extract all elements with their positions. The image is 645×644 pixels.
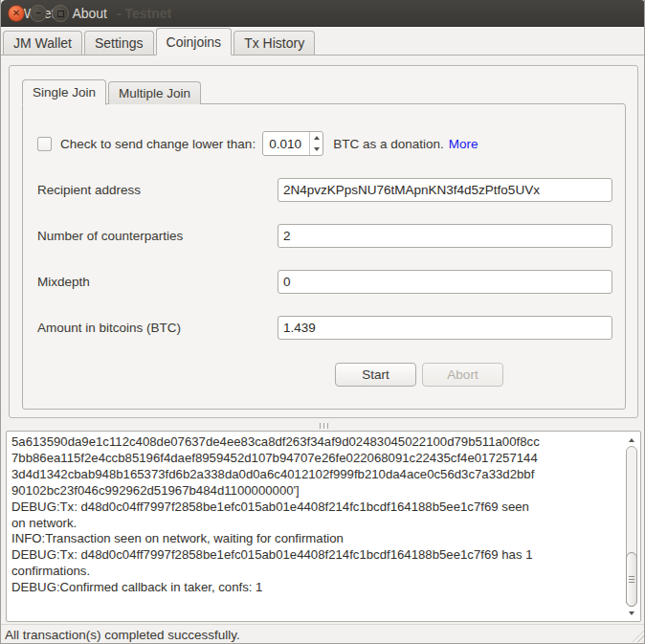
start-button[interactable]: Start xyxy=(335,363,416,387)
mixdepth-row: Mixdepth xyxy=(35,270,612,294)
log-line: DEBUG:Tx: d48d0c04ff7997f2858be1efc015ab… xyxy=(11,500,622,516)
tab-single-join[interactable]: Single Join xyxy=(22,79,106,105)
scrollbar-track[interactable] xyxy=(626,446,637,607)
amount-row: Amount in bitcoins (BTC) xyxy=(35,316,612,340)
donation-row: Check to send change lower than: BTC as … xyxy=(35,131,612,156)
mixdepth-input[interactable] xyxy=(278,270,612,294)
donation-suffix: BTC as a donation. xyxy=(333,137,444,151)
log-line: DEBUG:Tx: d48d0c04ff7997f2858be1efc015ab… xyxy=(11,547,622,564)
tab-tx-history[interactable]: Tx History xyxy=(234,31,315,55)
donation-amount-input[interactable] xyxy=(263,132,309,155)
amount-input[interactable] xyxy=(278,316,612,340)
scrollbar-down-icon[interactable] xyxy=(624,607,639,619)
titlebar: ✕ – Wallet About - Testnet xyxy=(1,0,645,27)
wallet-window: ✕ – Wallet About - Testnet JM Wallet Set… xyxy=(0,0,645,644)
recipient-address-row: Recipient address xyxy=(35,178,612,202)
scrollbar-thumb[interactable] xyxy=(626,552,637,607)
spinbox-down-icon[interactable] xyxy=(310,144,322,155)
spinner-buttons xyxy=(309,132,322,155)
log-line: INFO:Transaction seen on network, waitin… xyxy=(11,531,622,547)
tab-coinjoins[interactable]: Coinjoins xyxy=(156,28,233,56)
counterparties-row: Number of counterparties xyxy=(35,224,612,248)
window-title: - Testnet xyxy=(117,6,171,21)
donation-more-link[interactable]: More xyxy=(449,137,478,151)
menu-about[interactable]: About xyxy=(72,6,107,21)
main-tabbar: JM Wallet Settings Coinjoins Tx History xyxy=(1,27,645,56)
recipient-address-label: Recipient address xyxy=(35,183,278,197)
close-icon[interactable]: ✕ xyxy=(8,5,25,22)
scrollbar-up-icon[interactable] xyxy=(624,433,639,446)
donation-checkbox[interactable] xyxy=(37,137,52,151)
log-output[interactable]: 5a613590da9e1c112c408de07637de4ee83ca8df… xyxy=(6,431,641,622)
log-line: DEBUG:Confirmed callback in taker, confs… xyxy=(11,580,622,596)
minimize-icon[interactable]: – xyxy=(30,5,47,22)
counterparties-label: Number of counterparties xyxy=(35,229,278,243)
tab-settings[interactable]: Settings xyxy=(84,31,154,55)
donation-amount-spinbox xyxy=(262,131,323,156)
log-line: confirmations. xyxy=(11,564,622,580)
amount-label: Amount in bitcoins (BTC) xyxy=(35,321,278,335)
log-line: on network. xyxy=(11,516,622,532)
tab-jm-wallet[interactable]: JM Wallet xyxy=(3,31,82,55)
donation-label: Check to send change lower than: xyxy=(60,137,256,151)
join-tabbar: Single Join Multiple Join xyxy=(22,78,203,104)
log-line: 5a613590da9e1c112c408de07637de4ee83ca8df… xyxy=(11,434,622,451)
resize-grip-icon[interactable] xyxy=(632,630,644,642)
coinjoins-frame: Single Join Multiple Join Check to send … xyxy=(9,65,638,418)
action-buttons: Start Abort xyxy=(35,363,612,387)
single-join-pane: Check to send change lower than: BTC as … xyxy=(22,103,626,410)
log-line: 7bb86ea115f2e4ccb85196f4daef8959452d107b… xyxy=(11,451,622,467)
maximize-icon[interactable] xyxy=(52,5,69,22)
log-line: 3d4d1342cbab948b165373fd6b2a338da0d0a6c4… xyxy=(11,467,622,483)
counterparties-input[interactable] xyxy=(278,224,612,248)
status-message: All transaction(s) completed successfull… xyxy=(5,628,240,642)
spinbox-up-icon[interactable] xyxy=(310,132,322,144)
log-scrollbar[interactable] xyxy=(624,433,639,620)
log-content: 5a613590da9e1c112c408de07637de4ee83ca8df… xyxy=(7,432,624,621)
tab-multiple-join[interactable]: Multiple Join xyxy=(108,81,201,104)
splitter-handle[interactable] xyxy=(1,422,645,429)
recipient-address-input[interactable] xyxy=(278,178,612,202)
abort-button[interactable]: Abort xyxy=(422,363,503,387)
log-line: 90102bc23f046c992962d51967b484d110000000… xyxy=(11,483,622,500)
mixdepth-label: Mixdepth xyxy=(35,275,278,289)
status-bar: All transaction(s) completed successfull… xyxy=(1,624,645,644)
